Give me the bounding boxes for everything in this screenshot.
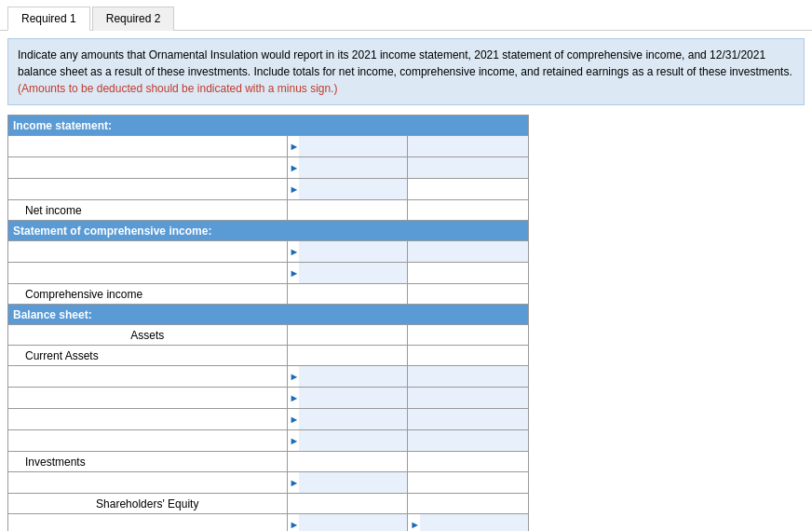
income-statement-header-row: Income statement:: [8, 116, 529, 136]
inv-row1-input1[interactable]: [299, 472, 407, 493]
bs-row4-col1[interactable]: ►: [287, 430, 408, 452]
arrow-icon: ►: [288, 267, 300, 279]
arrow-icon: ►: [408, 519, 420, 530]
comprehensive-income-row: Comprehensive income: [8, 284, 529, 305]
shareholders-label: Shareholders' Equity: [8, 494, 288, 514]
comprehensive-income-label: Comprehensive income: [8, 284, 288, 305]
tab-required2[interactable]: Required 2: [92, 7, 175, 31]
se-row1-col2[interactable]: ►: [408, 514, 529, 532]
table-row: ►: [8, 241, 529, 263]
net-income-col1: [287, 200, 408, 221]
bs-row1-col2[interactable]: [408, 366, 529, 388]
arrow-icon: ►: [288, 392, 300, 403]
table-row: ►: [8, 179, 529, 200]
comp-income-col1: [287, 284, 408, 305]
income-row3-col1[interactable]: ►: [287, 179, 408, 200]
income-row2-col2[interactable]: [408, 157, 529, 179]
arrow-icon: ►: [288, 162, 300, 173]
investments-label: Investments: [8, 452, 288, 472]
comprehensive-header-row: Statement of comprehensive income:: [8, 221, 529, 241]
arrow-icon: ►: [288, 246, 300, 257]
income-row3-label: [8, 179, 288, 200]
investments-row: Investments: [8, 452, 529, 472]
bs-row2-input1[interactable]: [299, 388, 407, 408]
tabs-bar: Required 1 Required 2: [0, 0, 812, 31]
bs-row3-input1[interactable]: [299, 409, 407, 429]
arrow-icon: ►: [288, 435, 300, 446]
comp-row2-col1[interactable]: ►: [287, 263, 408, 284]
instruction-red-text: (Amounts to be deducted should be indica…: [18, 82, 338, 95]
table-row: ►: [8, 157, 529, 179]
financial-table: Income statement: ► ►: [7, 115, 529, 531]
income-row3-input1[interactable]: [299, 179, 407, 199]
income-row2-label: [8, 157, 288, 179]
instruction-box: Indicate any amounts that Ornamental Ins…: [7, 38, 805, 105]
arrow-icon: ►: [288, 141, 300, 152]
comp-row1-label: [8, 241, 288, 263]
inv-row1-col2[interactable]: [408, 472, 529, 494]
income-row1-label: [8, 136, 288, 157]
table-row: ►: [8, 388, 529, 409]
income-row2-input2[interactable]: [408, 157, 528, 178]
comp-row2-input1[interactable]: [299, 263, 407, 283]
bs-row3-col1[interactable]: ►: [287, 409, 408, 430]
bs-row1-input2[interactable]: [408, 366, 528, 387]
net-income-col2: [408, 200, 529, 221]
se-row1-input2[interactable]: [420, 514, 528, 531]
bs-row4-input1[interactable]: [299, 430, 407, 451]
assets-subheader-row: Assets: [8, 325, 529, 346]
inv-row1-label: [8, 472, 288, 494]
comprehensive-header: Statement of comprehensive income:: [8, 221, 529, 241]
bs-row1-col1[interactable]: ►: [287, 366, 408, 388]
arrow-icon: ►: [288, 519, 300, 530]
income-row1-col1[interactable]: ►: [287, 136, 408, 157]
income-row1-col2[interactable]: [408, 136, 529, 157]
balance-sheet-header-row: Balance sheet:: [8, 305, 529, 325]
bs-row4-col2[interactable]: [408, 430, 529, 452]
bs-row4-label: [8, 430, 288, 452]
current-assets-label: Current Assets: [8, 346, 288, 366]
tab-required1[interactable]: Required 1: [7, 7, 90, 31]
inv-row1-col1[interactable]: ►: [287, 472, 408, 494]
income-row1-input1[interactable]: [299, 136, 407, 157]
bs-row2-label: [8, 388, 288, 409]
comp-row1-col1[interactable]: ►: [287, 241, 408, 263]
income-row1-input2[interactable]: [408, 136, 528, 157]
bs-row1-input1[interactable]: [299, 366, 407, 387]
comp-row1-input2[interactable]: [408, 241, 528, 262]
arrow-icon: ►: [288, 477, 300, 488]
current-assets-row: Current Assets: [8, 346, 529, 366]
table-row: ►: [8, 409, 529, 430]
bs-row3-col2[interactable]: [408, 409, 529, 430]
se-row1-col1[interactable]: ►: [287, 514, 408, 532]
table-row: ►: [8, 366, 529, 388]
assets-label: Assets: [8, 325, 288, 346]
comp-income-col2: [408, 284, 529, 305]
main-content: Income statement: ► ►: [7, 115, 805, 531]
net-income-label: Net income: [8, 200, 288, 221]
arrow-icon: ►: [288, 184, 300, 195]
table-row: ►: [8, 430, 529, 452]
se-row1-input1[interactable]: [299, 514, 407, 531]
bs-row2-col2[interactable]: [408, 388, 529, 409]
bs-row3-input2[interactable]: [408, 409, 528, 429]
table-row: ► ►: [8, 514, 529, 532]
se-row1-label: [8, 514, 288, 532]
income-row3-col2[interactable]: [408, 179, 529, 200]
tab-required2-label: Required 2: [106, 12, 161, 25]
income-row2-col1[interactable]: ►: [287, 157, 408, 179]
bs-row3-label: [8, 409, 288, 430]
comp-row1-col2[interactable]: [408, 241, 529, 263]
comp-row1-input1[interactable]: [299, 241, 407, 262]
bs-row2-col1[interactable]: ►: [287, 388, 408, 409]
table-row: ►: [8, 263, 529, 284]
arrow-icon: ►: [288, 414, 300, 425]
table-row: ►: [8, 136, 529, 157]
bs-row1-label: [8, 366, 288, 388]
comp-row2-col2[interactable]: [408, 263, 529, 284]
comp-row2-label: [8, 263, 288, 284]
bs-row4-input2[interactable]: [408, 430, 528, 451]
bs-row2-input2[interactable]: [408, 388, 528, 408]
balance-sheet-header: Balance sheet:: [8, 305, 529, 325]
income-row2-input1[interactable]: [299, 157, 407, 178]
